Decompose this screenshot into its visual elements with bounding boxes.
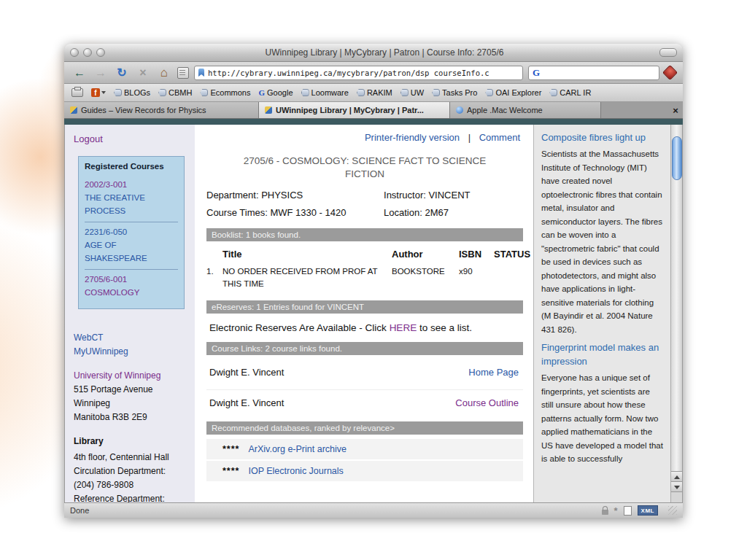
course-code-link[interactable]: 2705/6-001 [85, 273, 178, 286]
tab-label: Apple .Mac Welcome [467, 106, 543, 114]
webct-link[interactable]: WebCT [74, 331, 187, 345]
bookmark-label: CBMH [169, 88, 192, 97]
xml-badge[interactable]: XML [638, 505, 658, 516]
bookmark-item-carlir[interactable]: CARL IR [549, 88, 591, 97]
book-isbn: x90 [459, 265, 494, 290]
google-search-field[interactable]: G [528, 66, 659, 80]
tab-guides[interactable]: Guides – View Records for Physics [64, 102, 259, 118]
f-bookmark-menu[interactable]: f [91, 88, 106, 97]
scrollbar-thumb[interactable] [672, 136, 682, 180]
vertical-scrollbar[interactable] [670, 125, 682, 502]
tag-icon [114, 89, 122, 96]
book-status [494, 265, 523, 290]
stop-button[interactable]: × [135, 66, 151, 80]
zoom-window-button[interactable] [96, 48, 105, 57]
ereserves-text: Electronic Reserves Are Available - Clic… [209, 322, 522, 333]
bookmark-label: UW [411, 88, 424, 97]
iop-link[interactable]: IOP Electronic Journals [248, 466, 343, 476]
tab-apple-mac[interactable]: Apple .Mac Welcome [450, 102, 601, 118]
course-link-row: Dwight E. Vincent Course Outline [206, 389, 523, 416]
back-button[interactable]: ← [71, 66, 88, 80]
course-links-section-bar: Course Links: 2 course links found. [206, 342, 523, 355]
home-button[interactable]: ⌂ [156, 66, 172, 80]
bookmark-item-google[interactable]: GGoogle [259, 88, 293, 97]
bookmark-item-blogs[interactable]: BLOGs [114, 88, 150, 97]
bookmark-item-loomware[interactable]: Loomware [301, 88, 349, 97]
bookmark-item-uw[interactable]: UW [400, 88, 424, 97]
bookmark-item-taskspro[interactable]: Tasks Pro [432, 88, 477, 97]
bookmark-item-ecommons[interactable]: Ecommons [200, 88, 250, 97]
book-title: NO ORDER RECEIVED FROM PROF AT THIS TIME [222, 265, 392, 290]
printer-friendly-link[interactable]: Printer-friendly version [365, 132, 460, 143]
course-name-link[interactable]: THE CREATIVE PROCESS [85, 191, 178, 217]
bookmark-item-oaiexplorer[interactable]: OAI Explorer [485, 88, 541, 97]
course-name-link[interactable]: COSMOLOGY [85, 286, 178, 299]
close-window-button[interactable] [70, 48, 79, 57]
down-arrow-icon [674, 486, 680, 489]
instructor-value: Instructor: VINCENT [384, 190, 523, 201]
chevron-down-icon [101, 91, 106, 94]
library-line: 4th floor, Centennial Hall [74, 451, 187, 464]
booklist-section-bar: Booklist: 1 books found. [206, 228, 523, 241]
address-line: Manitoba R3B 2E9 [74, 411, 187, 424]
reload-button[interactable]: ↻ [114, 66, 130, 80]
bookmark-item-rakim[interactable]: RAKIM [357, 88, 392, 97]
up-arrow-icon [674, 475, 680, 479]
library-line: Circulation Department: [74, 464, 187, 478]
report-bug-icon[interactable] [662, 65, 678, 80]
course-outline-link[interactable]: Course Outline [455, 397, 519, 408]
sidebar-course-2231[interactable]: 2231/6-050 AGE OF SHAKESPEARE [85, 222, 178, 269]
news-item-title[interactable]: Fingerprint model makes an impression [541, 341, 663, 368]
comment-link[interactable]: Comment [479, 132, 520, 143]
course-code-link[interactable]: 2231/6-050 [85, 225, 178, 238]
scroll-up-button[interactable] [671, 471, 682, 482]
print-icon[interactable] [71, 88, 83, 97]
minimize-window-button[interactable] [83, 48, 92, 57]
lock-icon [602, 510, 608, 515]
col-status: STATUS [494, 249, 530, 260]
page-tool-icon[interactable] [177, 67, 189, 79]
course-code-link[interactable]: 2002/3-001 [85, 178, 178, 191]
page-info-icon[interactable] [624, 506, 632, 516]
toolbar-toggle-button[interactable] [659, 48, 677, 57]
tab-label: UWinnipeg Library | MyCybrary | Patr... [276, 106, 424, 114]
sidebar-course-2705[interactable]: 2705/6-001 COSMOLOGY [85, 269, 178, 303]
scroll-down-button[interactable] [671, 481, 682, 492]
ereserves-here-link[interactable]: HERE [390, 322, 417, 333]
window-titlebar[interactable]: UWinnipeg Library | MyCybrary | Patron |… [64, 44, 683, 62]
course-name-link[interactable]: AGE OF SHAKESPEARE [85, 238, 178, 265]
university-link[interactable]: University of Winnipeg [74, 369, 187, 383]
window-title: UWinnipeg Library | MyCybrary | Patron |… [109, 47, 659, 58]
tab-mycybrary[interactable]: UWinnipeg Library | MyCybrary | Patr... [259, 102, 450, 118]
tag-icon [485, 89, 493, 96]
news-item-title[interactable]: Composite fibres light up [541, 131, 663, 144]
address-line: 515 Portage Avenue [74, 383, 187, 397]
course-link-name: Dwight E. Vincent [209, 397, 284, 408]
google-g-icon: G [259, 88, 266, 97]
course-link-row: Dwight E. Vincent Home Page [206, 359, 523, 385]
resize-grip[interactable] [668, 506, 677, 515]
url-text[interactable]: http://cybrary.uwinnipeg.ca/mycybrary/pa… [208, 69, 489, 77]
scrollbar-corner [671, 491, 682, 502]
close-tab-button[interactable]: × [668, 102, 683, 118]
news-sidebar: Composite fibres light up Scientists at … [533, 125, 670, 502]
course-info-main: Printer-friendly version | Comment 2705/… [195, 125, 533, 502]
col-author: Author [392, 249, 459, 260]
forward-button[interactable]: → [93, 66, 109, 80]
myuwinnipeg-link[interactable]: MyUWinnipeg [74, 345, 187, 359]
news-item-body: Scientists at the Massachusetts Institut… [541, 147, 663, 336]
tab-favicon [70, 106, 77, 114]
booklist-table: Title Author ISBN STATUS 1. NO ORDER REC… [206, 246, 523, 295]
course-link-name: Dwight E. Vincent [209, 367, 284, 378]
arxiv-link[interactable]: ArXiv.org e-Print archive [248, 444, 347, 454]
logout-link[interactable]: Logout [74, 133, 187, 144]
url-bar[interactable]: http://cybrary.uwinnipeg.ca/mycybrary/pa… [194, 66, 523, 80]
bookmark-item-cbmh[interactable]: CBMH [158, 88, 192, 97]
home-page-link[interactable]: Home Page [468, 367, 519, 378]
browser-window: UWinnipeg Library | MyCybrary | Patron |… [64, 44, 683, 518]
page-header-strip [64, 119, 683, 125]
library-heading: Library [74, 436, 187, 446]
ereserves-section-bar: eReserves: 1 Entries found for VINCENT [206, 300, 523, 314]
sidebar-course-2002[interactable]: 2002/3-001 THE CREATIVE PROCESS [85, 175, 178, 222]
address-line: Winnipeg [74, 397, 187, 411]
